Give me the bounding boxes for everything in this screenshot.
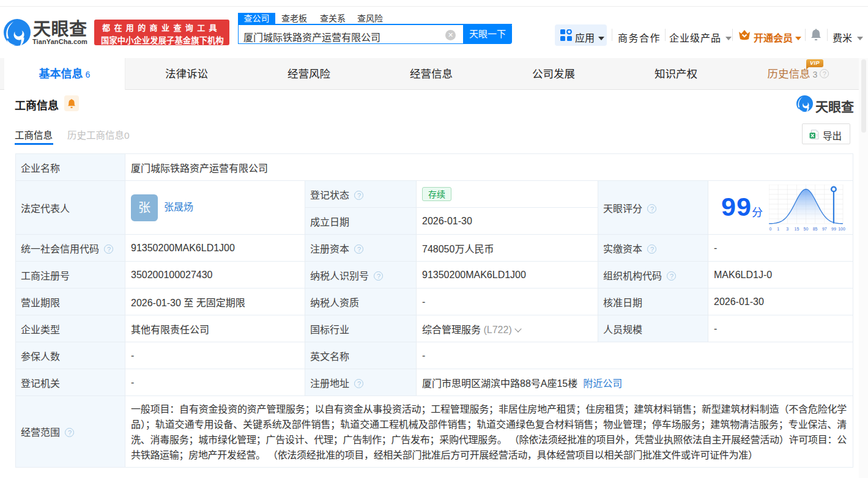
svg-text:15: 15 <box>795 227 799 231</box>
svg-text:0: 0 <box>770 227 772 231</box>
svg-text:3: 3 <box>786 227 788 231</box>
svg-text:50: 50 <box>804 227 809 231</box>
svg-text:97: 97 <box>822 227 827 231</box>
svg-text:99: 99 <box>831 227 836 231</box>
svg-text:85: 85 <box>813 227 818 231</box>
svg-text:1: 1 <box>777 227 779 231</box>
svg-text:100: 100 <box>838 227 845 231</box>
